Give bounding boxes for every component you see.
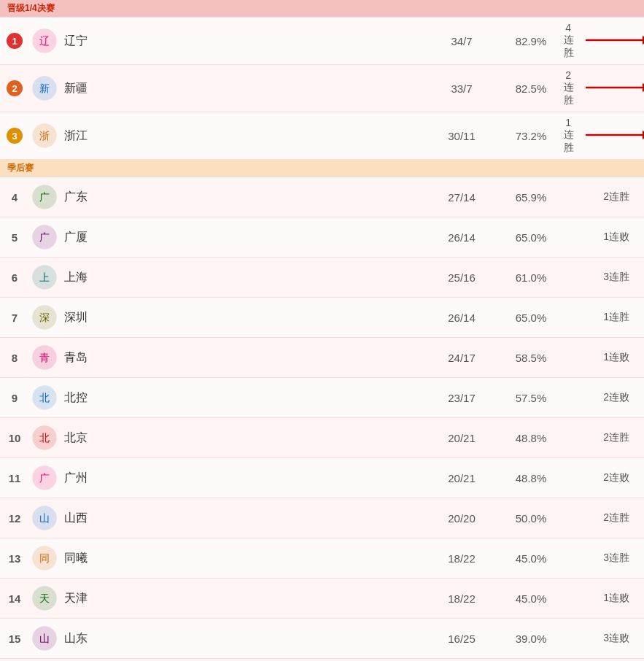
rank-number: 5 [12, 231, 18, 244]
rank-badge: 2 [7, 80, 23, 96]
team-row: 11 广 广州 20/21 48.8% 2连败 [0, 458, 644, 498]
team-name: 新疆 [60, 81, 425, 96]
svg-text:青: 青 [39, 352, 50, 363]
team-row: 5 广 广厦 26/14 65.0% 1连败 [0, 217, 644, 258]
win-loss-record: 18/22 [425, 552, 498, 565]
team-name: 山西 [60, 511, 425, 526]
rank-number: 8 [12, 352, 18, 364]
svg-text:浙: 浙 [39, 130, 50, 142]
rank-number: 11 [9, 472, 21, 484]
rank-number: 12 [9, 512, 21, 525]
team-name: 北京 [60, 430, 425, 446]
arrow-indicator [586, 129, 644, 142]
streak: 1连败 [564, 592, 644, 605]
rank-number: 10 [9, 432, 21, 444]
rank-number: 7 [12, 312, 18, 324]
streak: 2连败 [564, 391, 644, 404]
svg-text:广: 广 [39, 472, 50, 484]
team-logo: 辽 [29, 26, 60, 56]
team-row: 2 新 新疆 33/7 82.5% 2连胜 [0, 65, 644, 112]
arrow-indicator [586, 34, 644, 47]
win-loss-record: 24/17 [425, 352, 498, 364]
win-pct: 48.8% [498, 432, 564, 444]
win-loss-record: 23/17 [425, 392, 498, 404]
team-row: 6 上 上海 25/16 61.0% 3连胜 [0, 258, 644, 298]
svg-text:山: 山 [39, 633, 50, 644]
section-header: 季后赛 [0, 160, 644, 177]
svg-text:广: 广 [39, 191, 50, 203]
arrow-indicator [586, 82, 644, 95]
win-pct: 65.0% [498, 312, 564, 324]
section-label: 晋级1/4决赛 [7, 2, 55, 15]
team-name: 山东 [60, 631, 425, 646]
team-logo: 广 [29, 222, 60, 252]
rank-cell: 12 [0, 512, 29, 525]
team-name: 同曦 [60, 551, 425, 566]
rank-cell: 13 [0, 552, 29, 565]
svg-text:辽: 辽 [39, 35, 50, 47]
team-row: 9 北 北控 23/17 57.5% 2连败 [0, 378, 644, 418]
win-loss-record: 30/11 [425, 130, 498, 142]
team-logo: 浙 [29, 120, 60, 151]
win-pct: 61.0% [498, 271, 564, 284]
streak: 3连败 [564, 632, 644, 645]
team-logo: 天 [29, 583, 60, 614]
svg-text:上: 上 [39, 271, 50, 283]
team-logo: 广 [29, 182, 60, 212]
win-loss-record: 16/25 [425, 633, 498, 645]
svg-text:天: 天 [39, 592, 50, 604]
rank-cell: 5 [0, 231, 29, 244]
win-loss-record: 34/7 [425, 35, 498, 47]
win-pct: 82.5% [498, 82, 564, 95]
team-row: 8 青 青岛 24/17 58.5% 1连败 [0, 338, 644, 378]
rank-cell: 2 [0, 80, 29, 96]
team-logo: 山 [29, 623, 60, 654]
win-pct: 65.9% [498, 191, 564, 204]
team-logo: 新 [29, 73, 60, 104]
win-loss-record: 25/16 [425, 271, 498, 284]
win-pct: 45.0% [498, 552, 564, 565]
streak: 2连胜 [564, 511, 644, 525]
win-pct: 57.5% [498, 392, 564, 404]
streak: 1连胜 [564, 311, 644, 324]
win-loss-record: 27/14 [425, 191, 498, 204]
win-loss-record: 26/14 [425, 231, 498, 244]
team-name: 天津 [60, 591, 425, 606]
team-logo: 广 [29, 463, 60, 493]
team-name: 深圳 [60, 310, 425, 325]
svg-text:广: 广 [39, 231, 50, 243]
team-name: 广东 [60, 190, 425, 205]
rank-cell: 1 [0, 33, 29, 49]
team-row: 13 同 同曦 18/22 45.0% 3连胜 [0, 538, 644, 579]
team-logo: 深 [29, 302, 60, 333]
rank-cell: 9 [0, 392, 29, 404]
team-row: 12 山 山西 20/20 50.0% 2连胜 [0, 498, 644, 538]
team-name: 浙江 [60, 128, 425, 144]
rank-cell: 11 [0, 472, 29, 484]
rank-cell: 15 [0, 633, 29, 645]
rank-cell: 14 [0, 592, 29, 605]
svg-text:深: 深 [39, 312, 50, 323]
rank-number: 15 [9, 633, 21, 645]
team-name: 广厦 [60, 230, 425, 245]
team-name: 辽宁 [60, 34, 425, 49]
team-name: 上海 [60, 270, 425, 285]
team-row: 10 北 北京 20/21 48.8% 2连胜 [0, 418, 644, 458]
rank-number: 14 [9, 592, 21, 605]
rank-cell: 7 [0, 312, 29, 324]
streak: 2连胜 [564, 190, 644, 204]
rank-number: 9 [12, 392, 18, 404]
win-loss-record: 20/21 [425, 432, 498, 444]
section-label: 季后赛 [7, 162, 34, 174]
rank-cell: 8 [0, 352, 29, 364]
rank-number: 6 [12, 271, 18, 284]
team-logo: 山 [29, 503, 60, 533]
team-name: 青岛 [60, 350, 425, 366]
svg-text:北: 北 [39, 432, 50, 444]
rank-number: 13 [9, 552, 21, 565]
win-pct: 73.2% [498, 130, 564, 142]
svg-text:新: 新 [39, 82, 50, 94]
team-row: 7 深 深圳 26/14 65.0% 1连胜 [0, 298, 644, 338]
rank-badge: 3 [7, 128, 23, 144]
svg-text:北: 北 [39, 392, 50, 403]
